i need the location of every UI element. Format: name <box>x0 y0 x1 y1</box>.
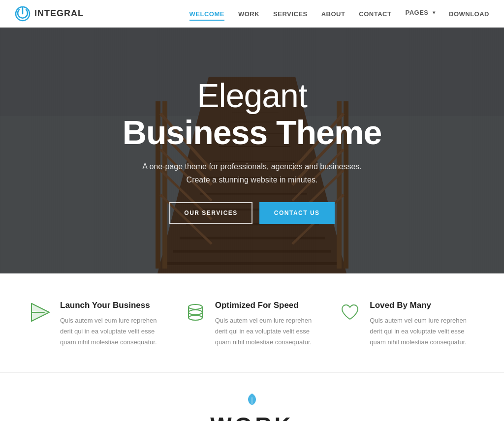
nav-link-welcome[interactable]: WELCOME <box>189 10 224 21</box>
hero-section: Elegant Business Theme A one-page theme … <box>0 28 504 273</box>
nav-item-pages[interactable]: PAGES ▾ <box>405 9 435 18</box>
launch-icon <box>30 301 51 323</box>
feature-speed-title: Optimized For Speed <box>215 301 320 310</box>
feature-launch-text: Quis autem vel eum iure reprehen derit q… <box>60 315 165 348</box>
nav-link-services[interactable]: SERVICES <box>273 10 308 20</box>
nav-item-welcome[interactable]: WELCOME <box>189 9 224 18</box>
feature-speed: Optimized For Speed Quis autem vel eum i… <box>185 301 320 348</box>
loved-icon <box>339 301 361 323</box>
feature-loved-text: Quis autem vel eum iure reprehen derit q… <box>370 315 474 348</box>
feature-speed-content: Optimized For Speed Quis autem vel eum i… <box>215 301 320 348</box>
work-leaf-icon <box>30 392 474 408</box>
hero-buttons: OUR SERVICES CONTACT US <box>123 202 381 224</box>
feature-launch-content: Launch Your Business Quis autem vel eum … <box>60 301 165 348</box>
nav-link-work[interactable]: WORK <box>238 10 259 20</box>
nav-link-download[interactable]: DOWNLOAD <box>449 10 489 20</box>
feature-launch: Launch Your Business Quis autem vel eum … <box>30 301 165 348</box>
brand-name: INTEGRAL <box>34 8 84 19</box>
hero-title-sub: Business Theme <box>123 114 381 151</box>
dropdown-arrow-icon: ▾ <box>433 10 436 15</box>
features-section: Launch Your Business Quis autem vel eum … <box>0 273 504 372</box>
hero-title-main: Elegant <box>123 77 381 114</box>
nav-item-about[interactable]: ABOUT <box>321 9 346 18</box>
hero-content: Elegant Business Theme A one-page theme … <box>113 77 391 224</box>
nav-item-work[interactable]: WORK <box>238 9 259 18</box>
feature-loved-content: Loved By Many Quis autem vel eum iure re… <box>370 301 474 348</box>
work-section: WORK Donec nec justo eget felis facilisi… <box>0 372 504 421</box>
svg-point-37 <box>189 310 202 315</box>
logo-icon <box>15 6 31 22</box>
work-title: WORK <box>30 412 474 421</box>
logo[interactable]: INTEGRAL <box>15 6 84 22</box>
svg-point-38 <box>189 315 202 320</box>
nav-link-about[interactable]: ABOUT <box>321 10 346 20</box>
hero-description: A one-page theme for professionals, agen… <box>123 160 381 186</box>
contact-us-button[interactable]: CONTACT US <box>259 202 335 224</box>
feature-loved: Loved By Many Quis autem vel eum iure re… <box>339 301 474 348</box>
nav-item-contact[interactable]: CONTACT <box>359 9 391 18</box>
nav-link-contact[interactable]: CONTACT <box>359 10 391 20</box>
nav-menu: WELCOME WORK SERVICES ABOUT CONTACT PAGE… <box>189 9 489 18</box>
our-services-button[interactable]: OUR SERVICES <box>169 202 252 224</box>
svg-point-36 <box>189 304 202 309</box>
speed-icon <box>185 301 206 323</box>
nav-item-services[interactable]: SERVICES <box>273 9 308 18</box>
nav-item-download[interactable]: DOWNLOAD <box>449 9 489 18</box>
feature-launch-title: Launch Your Business <box>60 301 165 310</box>
nav-link-pages[interactable]: PAGES ▾ <box>405 9 435 18</box>
navbar: INTEGRAL WELCOME WORK SERVICES ABOUT CON… <box>0 0 504 28</box>
feature-speed-text: Quis autem vel eum iure reprehen derit q… <box>215 315 320 348</box>
feature-loved-title: Loved By Many <box>370 301 474 310</box>
